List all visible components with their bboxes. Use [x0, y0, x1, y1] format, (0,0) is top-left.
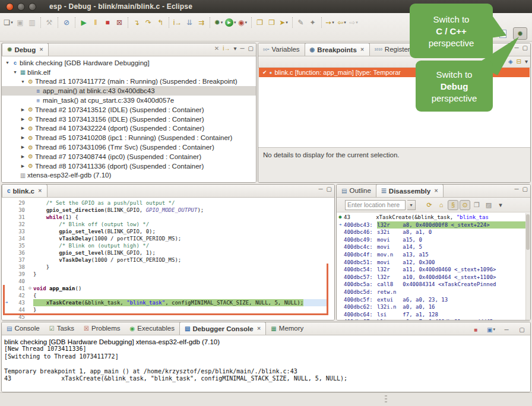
tree-item[interactable]: ≡app_main() at blink.c:43 0x400dbc43	[2, 86, 256, 96]
tab-disassembly[interactable]: ☰Disassembly✕	[376, 184, 444, 197]
tree-item[interactable]: ▶⚙Thread #4 1073432224 (dport) (Suspende…	[2, 124, 256, 134]
use-step-filters-icon[interactable]: ⇉	[196, 17, 207, 28]
breakpoint-checkbox[interactable]: ✔	[262, 69, 267, 75]
maximize-icon[interactable]: ▢	[522, 45, 528, 51]
code-line[interactable]: 38 }	[2, 264, 334, 271]
instruction-stepping-mode-icon[interactable]: i→	[223, 45, 230, 52]
cpp-perspective-icon[interactable]: C	[496, 27, 510, 40]
new-cpp-file-icon[interactable]: ❐	[255, 17, 265, 28]
collapse-all-icon[interactable]: ⊟	[517, 58, 521, 65]
close-icon[interactable]: ✕	[360, 47, 365, 52]
debug-perspective-icon[interactable]: ✹	[513, 27, 527, 40]
chevron-down-icon[interactable]: ▾	[11, 20, 13, 25]
code-line[interactable]: 37 vTaskDelay(1000 / portTICK_PERIOD_MS)…	[2, 256, 334, 264]
tree-item[interactable]: ▶⚙Thread #3 1073413156 (IDLE) (Suspended…	[2, 115, 256, 124]
chevron-down-icon[interactable]: ▾	[221, 20, 223, 25]
home-icon[interactable]: ⌂	[436, 200, 446, 210]
minimize-icon[interactable]: ─	[501, 324, 512, 335]
view-menu-icon[interactable]: ▾	[233, 45, 236, 52]
code-line[interactable]: 39}	[2, 271, 334, 278]
disassembly-row[interactable]: 400dbc4c:movi a14, 5	[337, 243, 530, 251]
tree-item[interactable]: ▶⚙Thread #8 1073411336 (dport) (Suspende…	[2, 161, 256, 171]
close-icon[interactable]: ✕	[257, 326, 261, 331]
external-tools-icon[interactable]: ◉▾	[238, 17, 248, 28]
launch-icon[interactable]: ➤▾	[278, 17, 289, 28]
location-input[interactable]	[345, 200, 406, 210]
code-line[interactable]: 41⊖void app_main()	[2, 285, 334, 292]
expander-icon[interactable]: ▶	[20, 135, 26, 140]
tree-item[interactable]: ▥xtensa-esp32-elf-gdb (7.10)	[2, 171, 256, 180]
code-line[interactable]: 30 gpio_set_direction(BLINK_GPIO, GPIO_M…	[2, 207, 334, 214]
tab-executables[interactable]: ◉Executables	[125, 322, 179, 335]
disassembly-row[interactable]: 400dbc62:l32i.n a0, a0, 16	[337, 303, 530, 311]
tab-tasks[interactable]: ☑Tasks	[45, 322, 79, 335]
code-line[interactable]: 31 while(1) {	[2, 214, 334, 221]
resume-icon[interactable]: ▶	[78, 17, 89, 28]
refresh-icon[interactable]: ⟳	[424, 200, 435, 210]
view-menu-icon[interactable]: ▾	[525, 58, 528, 65]
step-return-icon[interactable]: ↰	[155, 17, 166, 28]
tree-item[interactable]: ▼⚙Thread #1 1073411772 (main : Running) …	[2, 77, 256, 87]
terminate-icon[interactable]: ■	[470, 324, 481, 335]
step-over-icon[interactable]: ↷	[143, 17, 154, 28]
terminate-icon[interactable]: ■	[102, 17, 113, 28]
maximize-icon[interactable]: ▢	[522, 186, 528, 192]
code-line[interactable]: 40	[2, 278, 334, 285]
disassembly-row[interactable]: 400dbc64:lsi f7, a1, 128	[337, 311, 530, 319]
code-line[interactable]: 34 vTaskDelay(1000 / portTICK_PERIOD_MS)…	[2, 235, 334, 242]
tab-debug[interactable]: ✹Debug✕	[2, 43, 49, 56]
tree-item[interactable]: ▶⚙Thread #6 1073431096 (Tmr Svc) (Suspen…	[2, 142, 256, 152]
disassembly-listing[interactable]: ●43 xTaskCreate(&blink_task, "blink_tas➔…	[337, 213, 530, 320]
tab-variables[interactable]: (x)=Variables	[258, 43, 305, 56]
expander-icon[interactable]: ▶	[20, 126, 26, 131]
tree-item[interactable]: ▼▦blink.elf	[2, 68, 256, 77]
chevron-down-icon[interactable]: ▾	[356, 20, 358, 25]
console-output[interactable]: blink checking [GDB Hardware Debugging] …	[2, 336, 530, 392]
tab-blink-c[interactable]: cblink.c✕	[2, 184, 48, 197]
minimize-icon[interactable]: ─	[318, 186, 322, 192]
chevron-down-icon[interactable]: ▾	[286, 20, 288, 25]
tab-breakpoints[interactable]: ◉Breakpoints✕	[305, 43, 370, 56]
code-line[interactable]: 29 /* Set the GPIO as a push/pull output…	[2, 199, 334, 207]
view-menu-icon[interactable]: ▾	[495, 200, 506, 210]
run-icon[interactable]: ▶▾	[225, 17, 236, 28]
close-icon[interactable]: ✕	[434, 188, 438, 194]
code-line[interactable]: 32 /* Blink off (output low) */	[2, 221, 334, 228]
window-minimize-button[interactable]	[17, 3, 25, 11]
code-line[interactable]: 44}	[2, 306, 334, 313]
annotations-icon[interactable]: ✦	[308, 17, 318, 28]
maximize-icon[interactable]: ▢	[517, 324, 527, 335]
remove-all-terminated-icon[interactable]: ✕	[214, 45, 219, 52]
disassembly-row[interactable]: 400dbc67:blt a0, a7, 0x400dbc81 <__adddf…	[337, 318, 530, 320]
maximize-icon[interactable]: ▢	[327, 186, 332, 192]
show-supported-breakpoints-icon[interactable]: ◈	[508, 58, 513, 65]
step-into-icon[interactable]: ↴	[131, 17, 142, 28]
tab-problems[interactable]: ☒Problems	[79, 322, 125, 335]
disassembly-row[interactable]: 400dbc49:movi a15, 0	[337, 236, 530, 244]
disassembly-row[interactable]: 400dbc54:l32r a11, 0x400d0460 <_stext+10…	[337, 266, 530, 274]
disassembly-row[interactable]: 400dbc46:s32i a8, a1, 0	[337, 229, 530, 236]
disassembly-row[interactable]: 400dbc51:movi a12, 0x300	[337, 259, 530, 267]
tree-item[interactable]: ≡main_task() at cpu_start.c:339 0x400d05…	[2, 96, 256, 105]
mark-occurrences-icon[interactable]: ✎	[296, 17, 306, 28]
disassembly-row[interactable]: 400dbc5d:retw.n	[337, 288, 530, 296]
new-wizard-icon[interactable]: ❏▾	[3, 17, 14, 28]
code-line[interactable]: 36 gpio_set_level(BLINK_GPIO, 1);	[2, 249, 334, 256]
show-source-icon[interactable]: §	[448, 200, 458, 210]
scrollbar[interactable]	[525, 213, 530, 320]
minimize-icon[interactable]: ─	[240, 45, 244, 52]
tab-memory[interactable]: ▦Memory	[266, 322, 308, 335]
expander-icon[interactable]: ▶	[20, 117, 26, 122]
maximize-icon[interactable]: ▢	[248, 45, 254, 52]
build-icon[interactable]: ⚒	[44, 17, 55, 28]
code-editor[interactable]: 29 /* Set the GPIO as a push/pull output…	[2, 198, 334, 320]
close-icon[interactable]: ✕	[38, 188, 42, 194]
sync-selection-icon[interactable]: ⊙	[460, 200, 470, 210]
pin-view-icon[interactable]: ▨	[483, 200, 494, 210]
chevron-down-icon[interactable]: ▾	[234, 20, 236, 25]
expander-icon[interactable]: ▼	[12, 70, 18, 74]
disassembly-row[interactable]: 400dbc5f:extui a6, a0, 23, 13	[337, 296, 530, 304]
disassembly-source-row[interactable]: ●43 xTaskCreate(&blink_task, "blink_tas	[337, 214, 530, 221]
expander-icon[interactable]: ▶	[20, 145, 26, 150]
expander-icon[interactable]: ▶	[20, 107, 26, 112]
